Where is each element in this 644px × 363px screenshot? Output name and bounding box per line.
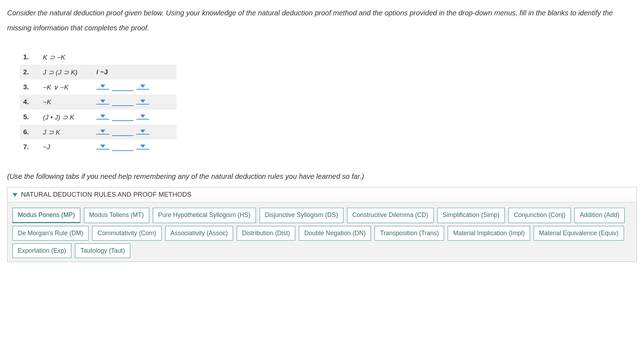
rule-tab-mp[interactable]: Modus Ponens (MP) [12, 208, 80, 223]
rule-tab-dist[interactable]: Distribution (Dist) [237, 226, 295, 241]
rule-tab-conj[interactable]: Conjunction (Conj) [508, 208, 571, 223]
rules-tabs: Modus Ponens (MP) Modus Tollens (MT) Pur… [7, 202, 637, 262]
rule-tab-taut[interactable]: Tautology (Taut) [75, 243, 130, 258]
line-ref-dropdown[interactable] [96, 130, 109, 135]
rule-tab-equiv[interactable]: Material Equivalence (Equiv) [534, 226, 624, 241]
rule-tab-add[interactable]: Addition (Add) [574, 208, 625, 223]
justification-dropdowns [96, 83, 149, 91]
chevron-down-icon [100, 145, 105, 148]
help-text: (Use the following tabs if you need help… [7, 172, 637, 181]
rule-tab-exp[interactable]: Exportation (Exp) [12, 243, 71, 258]
line-ref-input[interactable] [112, 98, 134, 106]
proof-statement: ~K [43, 98, 96, 106]
rule-tab-impl[interactable]: Material Implication (Impl) [448, 226, 530, 241]
proof-row: 7. ~J [20, 140, 177, 155]
chevron-down-icon [100, 115, 105, 118]
proof-table: 1. K ⊃ ~K 2. J ⊃ (J ⊃ K) / ~J 3. ~K ∨ ~K… [20, 50, 637, 155]
line-ref-input[interactable] [112, 128, 134, 136]
justification-dropdowns [96, 143, 149, 151]
rule-tab-simp[interactable]: Simplification (Simp) [437, 208, 505, 223]
rules-panel: NATURAL DEDUCTION RULES AND PROOF METHOD… [7, 187, 637, 262]
chevron-down-icon [100, 100, 105, 103]
rule-tab-hs[interactable]: Pure Hypothetical Syllogism (HS) [153, 208, 256, 223]
proof-row: 1. K ⊃ ~K [20, 50, 177, 65]
chevron-down-icon [100, 130, 105, 133]
chevron-down-icon [100, 85, 105, 88]
justification-dropdowns [96, 98, 149, 106]
rules-panel-header[interactable]: NATURAL DEDUCTION RULES AND PROOF METHOD… [7, 187, 637, 202]
proof-statement: K ⊃ ~K [43, 53, 96, 61]
proof-row: 4. ~K [20, 95, 177, 110]
chevron-down-icon [140, 100, 145, 103]
proof-row: 6. J ⊃ K [20, 125, 177, 140]
proof-statement: ~J [43, 143, 96, 151]
rule-dropdown[interactable] [136, 100, 149, 105]
proof-statement: J ⊃ K [43, 128, 96, 136]
chevron-down-icon [140, 145, 145, 148]
chevron-down-icon [140, 115, 145, 118]
chevron-down-icon [12, 193, 17, 197]
line-ref-input[interactable] [112, 143, 134, 151]
proof-row: 3. ~K ∨ ~K [20, 80, 177, 95]
line-ref-dropdown[interactable] [96, 145, 109, 150]
proof-row: 2. J ⊃ (J ⊃ K) / ~J [20, 65, 177, 80]
rule-dropdown[interactable] [136, 145, 149, 150]
proof-statement: (J • J) ⊃ K [43, 113, 96, 121]
proof-line-number: 6. [23, 128, 43, 136]
rule-tab-dn[interactable]: Double Negation (DN) [299, 226, 371, 241]
rule-tab-com[interactable]: Commutativity (Com) [92, 226, 161, 241]
proof-line-number: 1. [23, 53, 43, 61]
justification-dropdowns [96, 113, 149, 121]
line-ref-dropdown[interactable] [96, 100, 109, 105]
proof-statement: ~K ∨ ~K [43, 83, 96, 91]
justification-dropdowns [96, 128, 149, 136]
rule-tab-mt[interactable]: Modus Tollens (MT) [84, 208, 149, 223]
chevron-down-icon [140, 85, 145, 88]
proof-line-number: 7. [23, 143, 43, 151]
rules-panel-title: NATURAL DEDUCTION RULES AND PROOF METHOD… [21, 191, 191, 198]
proof-conclusion: / ~J [96, 68, 108, 76]
rule-dropdown[interactable] [136, 115, 149, 120]
rule-tab-trans[interactable]: Transposition (Trans) [374, 226, 444, 241]
line-ref-input[interactable] [112, 113, 134, 121]
line-ref-dropdown[interactable] [96, 85, 109, 90]
proof-row: 5. (J • J) ⊃ K [20, 110, 177, 125]
line-ref-input[interactable] [112, 83, 134, 91]
rule-tab-assoc[interactable]: Associativity (Assoc) [165, 226, 233, 241]
proof-line-number: 2. [23, 68, 43, 76]
rule-tab-dm[interactable]: De Morgan's Rule (DM) [12, 226, 89, 241]
rule-tab-cd[interactable]: Constructive Dilemma (CD) [347, 208, 434, 223]
proof-line-number: 3. [23, 83, 43, 91]
chevron-down-icon [140, 130, 145, 133]
rule-dropdown[interactable] [136, 85, 149, 90]
line-ref-dropdown[interactable] [96, 115, 109, 120]
rule-dropdown[interactable] [136, 130, 149, 135]
rule-tab-ds[interactable]: Disjunctive Syllogism (DS) [260, 208, 343, 223]
proof-statement: J ⊃ (J ⊃ K) [43, 68, 96, 76]
proof-line-number: 4. [23, 98, 43, 106]
proof-line-number: 5. [23, 113, 43, 121]
instructions-text: Consider the natural deduction proof giv… [7, 5, 637, 35]
